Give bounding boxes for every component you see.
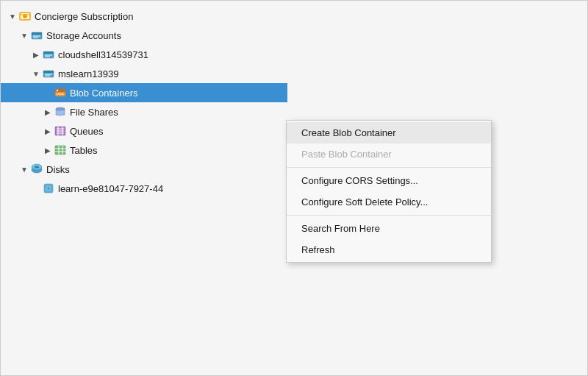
tree-item-mslearn[interactable]: mslearn13939 <box>1 64 287 83</box>
tree-item-disks[interactable]: Disks <box>1 160 287 179</box>
subscription-icon <box>18 10 32 23</box>
context-menu: Create Blob Container Paste Blob Contain… <box>286 120 492 263</box>
expand-arrow-storage <box>18 29 30 41</box>
expand-arrow-cloudshell <box>30 49 42 60</box>
svg-rect-12 <box>43 71 54 73</box>
queues-icon <box>54 124 67 138</box>
tree-item-file-shares[interactable]: File Shares <box>1 102 287 121</box>
disks-icon <box>30 163 43 176</box>
tree-item-tables[interactable]: Tables <box>1 141 287 160</box>
tree-item-learn-resource[interactable]: learn-e9e81047-7927-44 <box>1 179 287 198</box>
queues-label: Queues <box>70 126 104 137</box>
tables-icon <box>54 143 67 157</box>
tree-item-cloudshell[interactable]: cloudshell314539731 <box>1 45 287 64</box>
storage-accounts-label: Storage Accounts <box>46 30 121 41</box>
file-shares-label: File Shares <box>70 107 118 118</box>
blob-containers-label: Blob Containers <box>70 88 138 99</box>
menu-divider-1 <box>287 167 491 168</box>
menu-divider-2 <box>287 215 491 216</box>
expand-arrow-mslearn <box>30 68 42 79</box>
cloudshell-icon <box>42 48 55 61</box>
resource-label: learn-e9e81047-7927-44 <box>58 183 163 194</box>
expand-arrow-queues <box>42 125 54 137</box>
tree-item-blob-containers[interactable]: Blob Containers <box>1 83 287 102</box>
main-container: Concierge Subscription Storage Accounts <box>0 0 588 376</box>
menu-item-search[interactable]: Search From Here <box>287 218 491 239</box>
mslearn-label: mslearn13939 <box>58 68 118 79</box>
tree-item-queues[interactable]: Queues <box>1 121 287 141</box>
cloudshell-label: cloudshell314539731 <box>58 49 148 60</box>
disks-label: Disks <box>46 164 70 175</box>
mslearn-icon <box>42 67 55 80</box>
svg-point-19 <box>56 107 65 110</box>
expand-arrow-subscription <box>7 10 18 22</box>
tree-panel: Concierge Subscription Storage Accounts <box>1 1 287 375</box>
expand-arrow-disks <box>18 163 30 175</box>
menu-item-paste-blob: Paste Blob Container <box>287 143 491 165</box>
tree-item-storage-accounts[interactable]: Storage Accounts <box>1 26 287 45</box>
svg-rect-8 <box>43 52 54 54</box>
file-shares-icon <box>54 105 67 118</box>
expand-arrow-tables <box>42 144 54 156</box>
blob-containers-icon <box>54 86 67 99</box>
resource-icon <box>42 182 55 195</box>
menu-item-soft-delete[interactable]: Configure Soft Delete Policy... <box>287 191 491 213</box>
svg-rect-26 <box>55 146 65 155</box>
menu-item-refresh[interactable]: Refresh <box>287 239 491 260</box>
expand-arrow-fileshares <box>42 106 54 118</box>
menu-item-cors[interactable]: Configure CORS Settings... <box>287 170 491 191</box>
tree-item-subscription[interactable]: Concierge Subscription <box>1 7 287 26</box>
svg-point-34 <box>35 166 39 169</box>
svg-point-17 <box>57 90 58 91</box>
menu-item-create-blob[interactable]: Create Blob Container <box>287 122 491 143</box>
svg-rect-4 <box>32 32 42 35</box>
storage-accounts-icon <box>30 29 43 42</box>
tables-label: Tables <box>70 145 98 156</box>
subscription-label: Concierge Subscription <box>35 11 133 22</box>
